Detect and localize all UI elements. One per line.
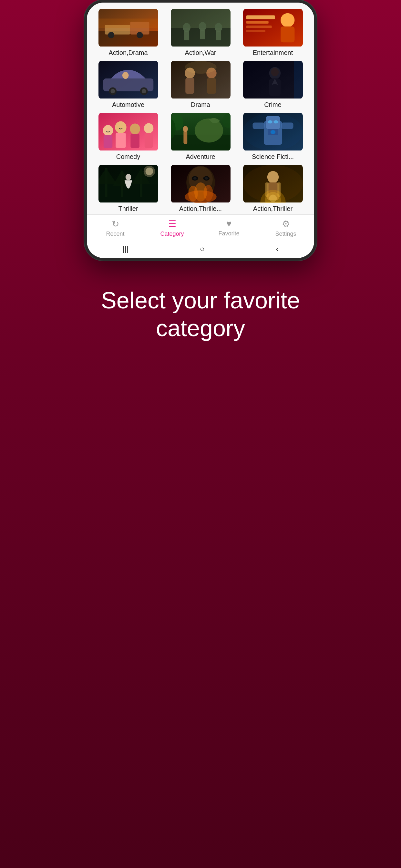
category-item-action-drama[interactable]: Action,Drama	[92, 6, 164, 58]
category-label-adventure: Adventure	[186, 153, 215, 160]
category-item-drama[interactable]: Drama	[164, 58, 237, 111]
promo-text: Select your favorite category	[101, 286, 300, 342]
svg-point-36	[185, 61, 216, 73]
svg-rect-20	[246, 21, 268, 24]
phone-wrapper: Action,Drama	[78, 0, 323, 260]
nav-label-settings: Settings	[275, 230, 296, 237]
svg-point-26	[111, 89, 115, 94]
svg-rect-51	[144, 133, 153, 148]
category-item-action-thrille[interactable]: Action,Thrille...	[164, 162, 237, 214]
svg-point-5	[136, 32, 143, 38]
category-item-action-war[interactable]: Action,War	[164, 6, 237, 58]
category-label-action-thriller: Action,Thriller	[253, 205, 292, 213]
category-item-comedy[interactable]: Comedy	[92, 111, 164, 162]
svg-rect-49	[130, 134, 140, 148]
category-label-comedy: Comedy	[116, 153, 140, 160]
category-label-action-drama: Action,Drama	[109, 49, 148, 57]
category-item-automotive[interactable]: Automotive	[92, 58, 164, 111]
svg-rect-12	[200, 30, 205, 39]
svg-rect-14	[216, 31, 221, 40]
nav-item-category[interactable]: ☰ Category	[144, 219, 201, 237]
svg-rect-15	[171, 9, 230, 28]
category-item-adventure[interactable]: Adventure	[164, 111, 237, 162]
nav-label-recent: Recent	[106, 230, 124, 237]
svg-point-76	[125, 174, 131, 180]
svg-point-78	[145, 167, 153, 175]
category-label-thriller: Thriller	[118, 205, 138, 213]
category-label-scifi: Science Ficti...	[252, 153, 294, 160]
nav-item-favorite[interactable]: ♥ Favorite	[201, 219, 257, 237]
svg-point-98	[243, 165, 303, 203]
svg-rect-19	[246, 16, 275, 20]
system-nav-bar: ||| ○ ‹	[87, 240, 314, 258]
category-label-crime: Crime	[264, 101, 281, 108]
svg-rect-47	[116, 133, 126, 148]
svg-point-29	[122, 72, 128, 79]
category-label-drama: Drama	[191, 101, 210, 108]
phone-screen: Action,Drama	[87, 3, 314, 258]
category-item-scifi[interactable]: Science Ficti...	[237, 111, 309, 162]
svg-point-17	[281, 13, 295, 27]
nav-item-settings[interactable]: ⚙ Settings	[257, 219, 314, 237]
svg-point-48	[130, 123, 140, 134]
category-item-crime[interactable]: Crime	[237, 58, 309, 111]
recent-icon: ↻	[112, 219, 119, 229]
category-item-thriller[interactable]: Thriller	[92, 162, 164, 214]
bottom-nav: ↻ Recent ☰ Category ♥ Favorite ⚙ Setting…	[87, 214, 314, 240]
svg-point-4	[108, 32, 114, 38]
svg-point-50	[144, 123, 153, 133]
promo-line2: category	[156, 315, 245, 341]
category-label-action-war: Action,War	[185, 49, 216, 57]
promo-section: Select your favorite category	[69, 286, 332, 342]
svg-rect-22	[246, 30, 265, 32]
phone-frame: Action,Drama	[84, 0, 317, 260]
svg-rect-41	[243, 61, 303, 98]
category-item-entertainment[interactable]: Entertainment	[237, 6, 309, 58]
multitask-button[interactable]: |||	[122, 244, 128, 253]
svg-rect-10	[184, 31, 189, 40]
promo-line1: Select your favorite	[101, 287, 300, 313]
category-label-action-thrille: Action,Thrille...	[179, 205, 222, 213]
category-label-entertainment: Entertainment	[253, 49, 293, 57]
nav-item-recent[interactable]: ↻ Recent	[87, 219, 144, 237]
svg-rect-18	[281, 27, 295, 42]
svg-rect-6	[98, 19, 158, 28]
home-button[interactable]: ○	[200, 244, 205, 253]
back-button[interactable]: ‹	[276, 244, 279, 253]
settings-icon: ⚙	[282, 219, 290, 229]
svg-rect-21	[246, 26, 272, 28]
category-icon: ☰	[168, 219, 176, 229]
favorite-icon: ♥	[226, 219, 232, 229]
category-item-action-thriller[interactable]: Action,Thriller	[237, 162, 309, 214]
svg-point-46	[115, 121, 126, 133]
svg-point-70	[243, 113, 303, 151]
svg-point-84	[193, 177, 196, 180]
category-label-automotive: Automotive	[112, 101, 144, 108]
svg-point-44	[103, 125, 113, 135]
nav-label-category: Category	[160, 230, 184, 237]
svg-point-89	[194, 182, 207, 202]
category-grid: Action,Drama	[87, 3, 314, 214]
svg-point-28	[142, 89, 146, 94]
svg-point-85	[205, 177, 208, 180]
svg-rect-55	[183, 130, 187, 144]
svg-rect-45	[103, 135, 112, 148]
svg-point-54	[194, 119, 223, 143]
svg-rect-42	[294, 61, 303, 98]
svg-point-56	[183, 126, 188, 132]
nav-label-favorite: Favorite	[218, 230, 239, 237]
